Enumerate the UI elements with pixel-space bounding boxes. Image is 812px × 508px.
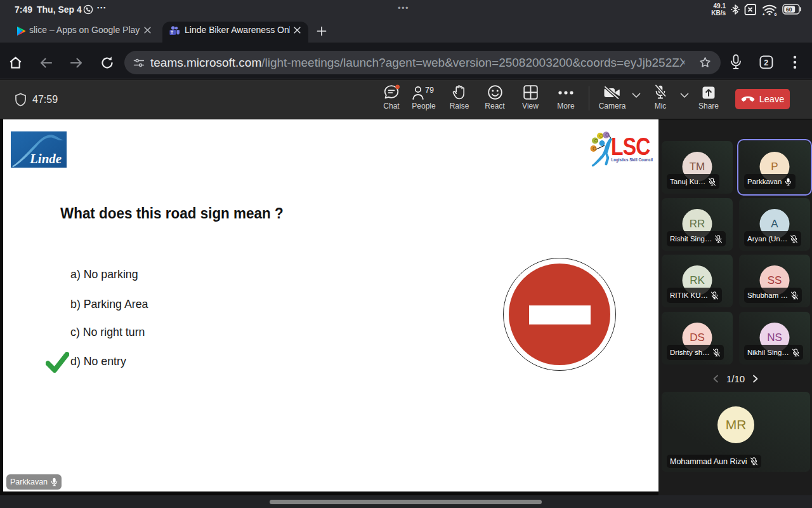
svg-text:Logistics Skill Council: Logistics Skill Council	[612, 157, 653, 163]
svg-text:LSC: LSC	[611, 133, 650, 161]
svg-text:6: 6	[775, 12, 777, 17]
svg-text:▴: ▴	[762, 11, 765, 16]
svg-text:79: 79	[425, 86, 434, 95]
svg-text:60: 60	[786, 6, 792, 13]
svg-text:Linde: Linde	[29, 151, 62, 166]
svg-text:2: 2	[764, 58, 768, 67]
